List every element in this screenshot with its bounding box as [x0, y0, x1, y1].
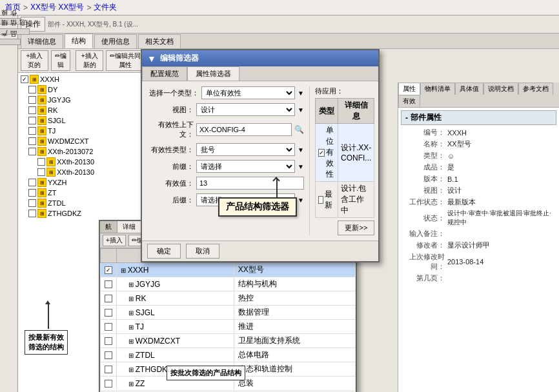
search-icon[interactable]: 🔍 [294, 125, 304, 134]
sidebar-btn-detail[interactable]: 详细信息 [0, 28, 30, 35]
sec-row-tj[interactable]: ⊞ TJ 推进 [101, 320, 356, 334]
tree-item-ztdl[interactable]: ⊞ ZTDL [19, 198, 145, 208]
tree-item-zthgdkz[interactable]: ⊞ ZTHGDKZ [19, 208, 145, 219]
tree-check-xxth3[interactable] [37, 168, 45, 176]
tree-check-xxxh[interactable]: ✓ [21, 75, 28, 83]
sec-check-rk[interactable] [105, 295, 112, 302]
attr-key-name: 名称： [401, 139, 445, 149]
tab-usage[interactable]: 使用信息 [94, 34, 137, 48]
attr-key-type: 类型： [401, 151, 445, 161]
sec-name-zthgdkz: 姿态和轨道控制 [234, 362, 355, 377]
view-label: 视图： [147, 105, 194, 115]
sec-row-jgyjg[interactable]: ⊞ JGYJG 结构与机构 [101, 277, 356, 291]
tree-check-jgyjg[interactable] [28, 96, 36, 104]
breadcrumb-model[interactable]: XX型号 XX型号 [30, 2, 84, 13]
attr-val-product: 是 [447, 162, 556, 172]
view-select[interactable]: 设计 [196, 103, 295, 116]
value-input[interactable] [196, 177, 304, 190]
sec-name-sjgl: 数据管理 [234, 306, 355, 320]
attr-tab-valid[interactable]: 有效 [398, 95, 420, 107]
prefix-select[interactable]: 请选择 [196, 160, 295, 173]
sec-row-xxxh[interactable]: ✓ ⊞ XXXH XX型号 [101, 263, 356, 277]
sdialog-nav-detail[interactable]: 详细 [117, 221, 141, 233]
tree-item-xxxh[interactable]: ✓ ⊞ XXXH [19, 74, 145, 84]
tree-item-sjgl[interactable]: ⊞ SJGL [19, 115, 145, 126]
edit-btn[interactable]: ✏编辑 [51, 50, 70, 71]
tab-related[interactable]: 相关文档 [138, 34, 181, 48]
tree-item-tj[interactable]: ⊞ TJ [19, 126, 145, 136]
folder-icon-yxzh: ⊞ [37, 178, 46, 187]
filter-prefix-row: 前缀： 请选择 ▼ [147, 160, 304, 173]
attr-tab-attr[interactable]: 属性 [398, 83, 420, 95]
valtype-select[interactable]: 批号 [196, 143, 295, 156]
tree-item-wxdmzcxt[interactable]: ⊞ WXDMZCXT [19, 136, 145, 146]
tree-item-rk[interactable]: ⊞ RK [19, 105, 145, 115]
tree-check-tj[interactable] [28, 127, 36, 135]
tree-check-zt[interactable] [28, 189, 36, 197]
tree-check-xxth1[interactable] [28, 148, 36, 155]
sec-check-zthgdkz[interactable] [105, 366, 112, 373]
dropdown-arrow: ▼ [298, 90, 304, 97]
tree-item-jgyjg[interactable]: ⊞ JGYJG [19, 95, 145, 105]
tree-item-xxth3[interactable]: ⊞ XXth-20130 [19, 167, 145, 177]
context-input[interactable] [196, 123, 292, 136]
sec-check-sjgl[interactable] [105, 309, 112, 317]
attr-val-type: ☺ [447, 152, 556, 160]
breadcrumb-home[interactable]: 首页 [5, 2, 21, 13]
attr-key-num: 编号： [401, 128, 445, 137]
tree-check-wxdmzcxt[interactable] [28, 137, 36, 145]
attr-key-modtime: 上次修改时间： [401, 252, 445, 271]
sec-row-rk[interactable]: ⊞ RK 热控 [101, 291, 356, 306]
tree-check-dy[interactable] [28, 86, 36, 93]
pending-row-2[interactable]: 最新 设计.包含工作中 [316, 182, 374, 218]
folder-icon-jgyjg: ⊞ [37, 95, 46, 104]
tree-label-xxth3: XXth-20130 [57, 168, 94, 176]
tree-check-yxzh[interactable] [28, 179, 36, 186]
filter-dialog-title: ▼ 编辑筛选器 [142, 50, 378, 66]
sidebar-btn-product[interactable]: 产品 [0, 39, 21, 45]
tab-detail[interactable]: 详细信息 [21, 34, 63, 48]
tree-item-yxzh[interactable]: ⊞ YXZH [19, 177, 145, 188]
update-btn[interactable]: 更新>> [338, 220, 374, 235]
tree-check-xxth2[interactable] [37, 158, 45, 166]
tree-item-xxth2[interactable]: ⊞ XXth-20130 [19, 157, 145, 167]
sec-check-wxdmzcxt[interactable] [105, 337, 112, 345]
sec-row-wxdmzcxt[interactable]: ⊞ WXDMZCXT 卫星地面支持系统 [101, 334, 356, 348]
filter-tab-config[interactable]: 配置规范 [142, 66, 187, 81]
sec-row-sjgl[interactable]: ⊞ SJGL 数据管理 [101, 306, 356, 320]
edit-common-btn[interactable]: ✏编辑共同属性 [106, 50, 144, 71]
sdialog-nav-nav[interactable]: 航 [100, 221, 117, 233]
cancel-btn[interactable]: 取消 [186, 244, 219, 259]
attr-tab-doc[interactable]: 说明文档 [483, 83, 518, 95]
tree-item-zt[interactable]: ⊞ ZT [19, 188, 145, 198]
sec-check-zz[interactable] [105, 380, 112, 387]
filter-tab-attr[interactable]: 属性筛选器 [187, 66, 239, 81]
tree-check-zthgdkz[interactable] [28, 210, 36, 217]
insert-new-btn[interactable]: +插入新的 [76, 50, 103, 71]
sec-check-jgyjg[interactable] [105, 280, 112, 288]
breadcrumb-folder[interactable]: 文件夹 [94, 2, 117, 13]
sec-check-ztdl[interactable] [105, 351, 112, 359]
attr-tab-ref[interactable]: 参考文档 [518, 83, 553, 95]
tab-structure[interactable]: 结构 [65, 34, 93, 48]
sec-check-xxxh[interactable]: ✓ [105, 266, 112, 274]
pending-check-2[interactable] [318, 196, 323, 204]
sdialog-insert-btn[interactable]: +插入 [103, 235, 126, 246]
attr-tab-bom[interactable]: 物料清单 [420, 83, 455, 95]
tree-check-ztdl[interactable] [28, 199, 36, 207]
pending-row-1[interactable]: ✓ 单位有效性 设计.XX-CONFI... [316, 124, 374, 182]
insert-btn[interactable]: +插入页的 [21, 50, 48, 71]
type-select[interactable]: 单位有效性 [201, 86, 295, 99]
tree-item-xxth1[interactable]: ⊞ XXth-2013072 [19, 146, 145, 157]
pending-check-1[interactable]: ✓ [318, 149, 325, 157]
ok-btn[interactable]: 确定 [147, 244, 181, 259]
tree-label-jgyjg: JGYJG [48, 96, 70, 104]
tree-check-sjgl[interactable] [28, 117, 36, 124]
toolbar: 操作 部件 - XXXH, XX型号, B.1 (设... [18, 15, 559, 34]
sidebar-btn-caozuo[interactable]: 操作 [0, 18, 21, 24]
sec-check-tj[interactable] [105, 323, 112, 331]
sec-row-ztdl[interactable]: ⊞ ZTDL 总体电路 [101, 348, 356, 362]
attr-tab-specific[interactable]: 具体值 [455, 83, 483, 95]
tree-item-dy[interactable]: ⊞ DY [19, 84, 145, 95]
tree-check-rk[interactable] [28, 106, 36, 114]
